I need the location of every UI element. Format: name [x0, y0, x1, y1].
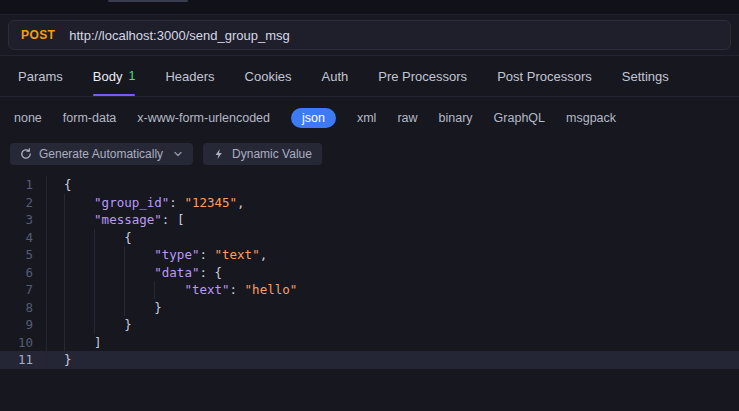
token-key: "data"	[154, 265, 199, 280]
body-type-form-data[interactable]: form-data	[63, 111, 117, 125]
line-content: }	[46, 316, 739, 334]
dynamic-value-label: Dynamic Value	[232, 148, 312, 160]
line-number: 9	[0, 316, 46, 334]
url-input[interactable]: POST http://localhost:3000/send_group_ms…	[8, 20, 731, 50]
tab-params[interactable]: Params	[18, 56, 63, 96]
line-content: ]	[46, 334, 739, 352]
line-number: 1	[0, 176, 46, 194]
indent-guide	[64, 194, 94, 212]
code-line[interactable]: 8}	[0, 299, 739, 317]
token-punct: ]	[94, 335, 102, 350]
body-type-options: noneform-datax-www-form-urlencodedjsonxm…	[0, 97, 739, 138]
token-punct: :	[169, 195, 184, 210]
tab-label: Pre Processors	[378, 69, 467, 84]
line-content: "type": "text",	[46, 246, 739, 264]
top-tab-edge	[108, 0, 188, 2]
api-client-window: POST http://localhost:3000/send_group_ms…	[0, 0, 739, 411]
code-line[interactable]: 10]	[0, 334, 739, 352]
tab-post-processors[interactable]: Post Processors	[497, 56, 592, 96]
body-toolbar: Generate Automatically Dynamic Value	[0, 138, 739, 173]
json-body-editor[interactable]: 1{2"group_id": "12345",3"message": [4{5"…	[0, 173, 739, 369]
line-number: 4	[0, 229, 46, 247]
indent-guide	[94, 229, 124, 247]
indent-guide	[124, 281, 154, 299]
chevron-down-icon[interactable]	[173, 149, 183, 159]
indent-guide	[64, 334, 94, 352]
indent-guide	[64, 246, 94, 264]
code-line[interactable]: 1{	[0, 176, 739, 194]
token-punct: {	[64, 177, 72, 192]
indent-guide	[64, 299, 94, 317]
token-key: "message"	[94, 212, 162, 227]
tab-label: Params	[18, 69, 63, 84]
code-line[interactable]: 2"group_id": "12345",	[0, 194, 739, 212]
line-number: 8	[0, 299, 46, 317]
body-type-json[interactable]: json	[291, 108, 336, 128]
tab-label: Post Processors	[497, 69, 592, 84]
indent-guide	[94, 246, 124, 264]
token-punct: }	[64, 352, 72, 367]
code-line[interactable]: 4{	[0, 229, 739, 247]
token-string: "12345"	[184, 195, 237, 210]
indent-guide	[154, 281, 184, 299]
request-tabs: ParamsBody1HeadersCookiesAuthPre Process…	[0, 56, 739, 97]
line-content: "group_id": "12345",	[46, 194, 739, 212]
indent-guide	[94, 281, 124, 299]
line-content: {	[46, 229, 739, 247]
refresh-icon	[20, 148, 32, 160]
token-punct: ,	[260, 247, 268, 262]
token-punct: : [	[162, 212, 185, 227]
generate-automatically-label: Generate Automatically	[39, 148, 163, 160]
line-content: }	[46, 299, 739, 317]
indent-guide	[64, 281, 94, 299]
body-type-xml[interactable]: xml	[357, 111, 376, 125]
tab-auth[interactable]: Auth	[322, 56, 349, 96]
code-line[interactable]: 3"message": [	[0, 211, 739, 229]
token-punct: :	[199, 247, 214, 262]
indent-guide	[94, 316, 124, 334]
line-content: "message": [	[46, 211, 739, 229]
code-line[interactable]: 11}	[0, 351, 739, 369]
tab-badge: 1	[128, 69, 135, 83]
dynamic-value-icon	[213, 148, 225, 160]
request-url[interactable]: http://localhost:3000/send_group_msg	[69, 28, 289, 43]
body-type-raw[interactable]: raw	[397, 111, 417, 125]
indent-guide	[124, 246, 154, 264]
line-number: 3	[0, 211, 46, 229]
tab-headers[interactable]: Headers	[165, 56, 214, 96]
tab-cookies[interactable]: Cookies	[245, 56, 292, 96]
indent-guide	[64, 264, 94, 282]
token-punct: : {	[199, 265, 222, 280]
tab-label: Cookies	[245, 69, 292, 84]
body-type-x-www-form-urlencoded[interactable]: x-www-form-urlencoded	[137, 111, 270, 125]
generate-automatically-button[interactable]: Generate Automatically	[10, 143, 193, 165]
body-type-binary[interactable]: binary	[439, 111, 473, 125]
dynamic-value-button[interactable]: Dynamic Value	[203, 143, 322, 165]
body-type-msgpack[interactable]: msgpack	[566, 111, 616, 125]
line-number: 7	[0, 281, 46, 299]
token-key: "type"	[154, 247, 199, 262]
token-key: "text"	[184, 282, 229, 297]
indent-guide	[94, 264, 124, 282]
token-string: "hello"	[245, 282, 298, 297]
code-line[interactable]: 7"text": "hello"	[0, 281, 739, 299]
method-selector[interactable]: POST	[21, 28, 55, 42]
code-line[interactable]: 9}	[0, 316, 739, 334]
token-punct: ,	[237, 195, 245, 210]
line-content: {	[46, 176, 739, 194]
request-bar: POST http://localhost:3000/send_group_ms…	[0, 15, 739, 56]
tab-pre-processors[interactable]: Pre Processors	[378, 56, 467, 96]
line-content: "data": {	[46, 264, 739, 282]
line-content: }	[46, 351, 739, 369]
body-type-none[interactable]: none	[14, 111, 42, 125]
body-type-graphql[interactable]: GraphQL	[494, 111, 545, 125]
line-content: "text": "hello"	[46, 281, 739, 299]
code-line[interactable]: 5"type": "text",	[0, 246, 739, 264]
tab-settings[interactable]: Settings	[622, 56, 669, 96]
code-line[interactable]: 6"data": {	[0, 264, 739, 282]
line-number: 5	[0, 246, 46, 264]
indent-guide	[94, 299, 124, 317]
tab-body[interactable]: Body1	[93, 56, 136, 96]
token-punct: }	[154, 300, 162, 315]
line-number: 10	[0, 334, 46, 352]
